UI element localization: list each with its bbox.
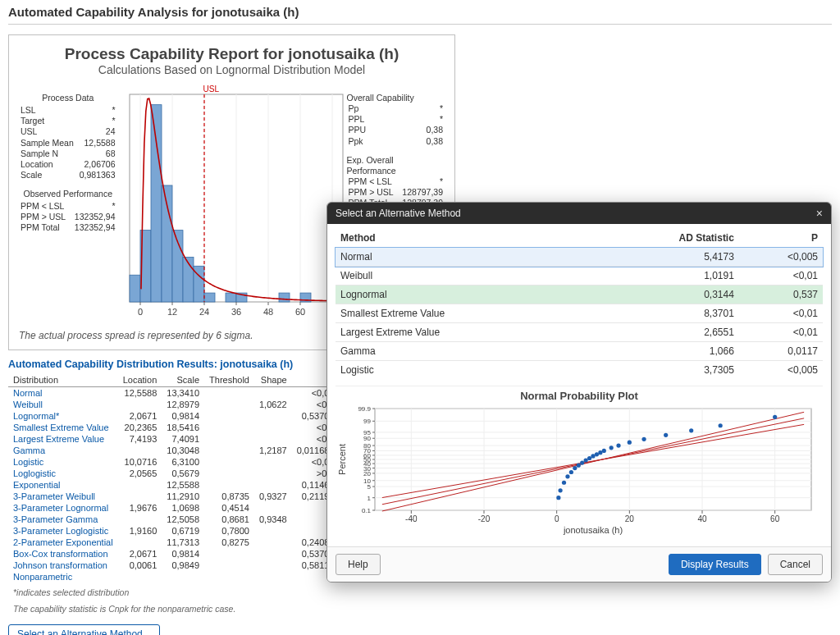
svg-point-113: [587, 456, 591, 460]
svg-text:20: 20: [625, 514, 635, 523]
svg-text:0: 0: [555, 514, 559, 523]
dialog-title: Select an Alternative Method: [336, 208, 461, 219]
svg-point-105: [559, 488, 563, 492]
overall-cap-table: Pp*PPL*PPU0,38Ppk0,38: [347, 103, 445, 147]
svg-point-118: [609, 445, 614, 450]
method-row[interactable]: Normal5,4173<0,005: [336, 248, 823, 267]
svg-point-107: [565, 474, 569, 478]
svg-point-123: [689, 428, 693, 432]
svg-point-104: [556, 496, 560, 500]
svg-point-110: [577, 464, 581, 468]
svg-text:jonotusaika (h): jonotusaika (h): [563, 525, 623, 535]
svg-point-115: [595, 452, 599, 456]
help-button[interactable]: Help: [336, 554, 381, 575]
close-icon[interactable]: ×: [816, 208, 823, 219]
svg-text:0.1: 0.1: [362, 507, 372, 514]
method-row[interactable]: Largest Extreme Value2,6551<0,01: [336, 323, 823, 342]
cancel-button[interactable]: Cancel: [768, 554, 823, 575]
method-row[interactable]: Weibull1,0191<0,01: [336, 267, 823, 286]
svg-point-109: [573, 466, 577, 470]
svg-text:10: 10: [363, 477, 371, 485]
svg-text:95: 95: [363, 429, 371, 436]
svg-point-117: [602, 449, 606, 453]
svg-line-102: [382, 412, 804, 511]
svg-rect-8: [130, 275, 140, 302]
overall-cap-title: Overall Capability: [347, 93, 445, 103]
svg-point-124: [719, 423, 723, 427]
probability-plot: 0.115102030405060708090959999.9Percent-4…: [336, 404, 819, 535]
method-row[interactable]: Logistic3,7305<0,005: [336, 361, 823, 380]
svg-rect-16: [226, 293, 236, 302]
usl-label: USL: [203, 85, 219, 94]
svg-text:0: 0: [137, 307, 142, 317]
display-results-button[interactable]: Display Results: [669, 554, 761, 575]
svg-rect-15: [204, 293, 215, 302]
method-row[interactable]: Smallest Extreme Value8,3701<0,01: [336, 304, 823, 323]
svg-text:40: 40: [697, 514, 707, 523]
svg-text:12: 12: [167, 307, 176, 317]
methods-table[interactable]: MethodAD StatisticPNormal5,4173<0,005Wei…: [336, 229, 823, 379]
svg-point-121: [641, 437, 646, 441]
svg-text:99: 99: [363, 418, 371, 425]
svg-point-111: [580, 460, 584, 464]
method-row[interactable]: Gamma1,0660,0117: [336, 342, 823, 361]
svg-text:99.9: 99.9: [358, 405, 371, 413]
probability-plot-title: Normal Probability Plot: [336, 390, 823, 402]
process-data-title: Process Data: [19, 93, 117, 103]
exp-perf-title: Exp. Overall Performance: [347, 155, 445, 176]
svg-text:60: 60: [770, 514, 780, 523]
report-subtitle: Calculations Based on Lognormal Distribu…: [19, 63, 445, 76]
svg-point-112: [584, 458, 588, 462]
svg-text:48: 48: [262, 307, 272, 317]
process-data-table: LSL*Target*USL24Sample Mean12,5588Sample…: [19, 105, 117, 180]
svg-point-120: [628, 441, 632, 445]
svg-point-108: [569, 470, 573, 474]
svg-text:Percent: Percent: [337, 444, 347, 475]
svg-text:-20: -20: [478, 514, 491, 523]
svg-rect-10: [151, 105, 162, 302]
observed-perf-table: PPM < LSL*PPM > USL132352,94PPM Total132…: [19, 201, 117, 233]
method-row[interactable]: Lognormal0,31440,537: [336, 286, 823, 304]
divider: [8, 24, 832, 25]
svg-point-116: [598, 450, 602, 455]
footnote-cnpk: The capability statistic is Cnpk for the…: [13, 604, 832, 615]
svg-text:-40: -40: [405, 514, 418, 523]
svg-text:24: 24: [199, 307, 208, 317]
observed-perf-title: Observed Performance: [19, 189, 117, 199]
svg-text:1: 1: [368, 495, 372, 502]
footnote-selected: *indicates selected distribution: [13, 587, 832, 599]
page-title: Automated Capability Analysis for jonotu…: [8, 5, 832, 19]
select-alternative-method-button[interactable]: Select an Alternative Method...: [8, 624, 160, 635]
svg-rect-18: [279, 293, 290, 302]
report-title: Process Capability Report for jonotusaik…: [19, 45, 445, 63]
svg-text:60: 60: [294, 307, 304, 317]
svg-text:36: 36: [231, 307, 240, 317]
svg-point-106: [562, 481, 566, 485]
histogram-chart: USL 0122436486072: [117, 85, 347, 327]
svg-point-125: [773, 415, 777, 419]
select-method-dialog: Select an Alternative Method × MethodAD …: [326, 202, 832, 582]
svg-point-122: [664, 433, 668, 437]
svg-text:80: 80: [363, 442, 371, 450]
svg-point-119: [616, 443, 620, 447]
svg-point-114: [591, 454, 595, 458]
